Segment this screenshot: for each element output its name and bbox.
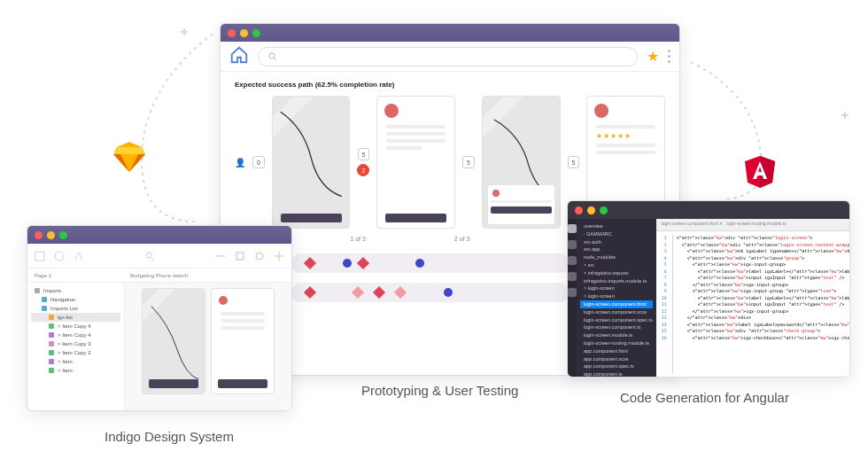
flow-badge: 5 xyxy=(568,156,580,168)
svg-point-13 xyxy=(256,253,263,260)
tool-icon[interactable] xyxy=(254,251,265,261)
file-node[interactable]: src-auth xyxy=(580,238,653,246)
tree-node[interactable]: Imports List xyxy=(31,304,120,313)
activity-bar[interactable] xyxy=(568,219,577,377)
titlebar xyxy=(568,201,849,219)
caption-design-system: Indigo Design System xyxy=(105,429,234,444)
tool-icon[interactable] xyxy=(35,251,45,261)
zoom-icon[interactable] xyxy=(252,29,260,37)
file-node[interactable]: > src xyxy=(580,261,653,269)
git-icon[interactable] xyxy=(568,256,577,265)
svg-rect-12 xyxy=(236,253,244,260)
close-icon[interactable] xyxy=(228,29,236,37)
flow-badge: 5 xyxy=(462,156,475,168)
artboard[interactable] xyxy=(142,288,205,394)
toolbar: ★ xyxy=(221,42,679,72)
file-node[interactable]: app.component.html xyxy=(580,347,653,355)
file-node[interactable]: login-screen.component.scss xyxy=(580,308,653,316)
tree-node[interactable]: > Item Copy 2 xyxy=(31,348,120,357)
design-system-window: Page 1 Budgeting Phone sketch ImportsNav… xyxy=(27,225,292,411)
editor-tab[interactable]: login-screen.component.html ✕ login-scre… xyxy=(656,219,850,231)
debug-icon[interactable] xyxy=(568,272,577,281)
zoom-icon[interactable] xyxy=(59,231,67,239)
tool-icon[interactable] xyxy=(74,251,84,261)
extensions-icon[interactable] xyxy=(568,288,577,297)
flow-screen-2[interactable] xyxy=(376,96,455,229)
code-window: overview: GAMMARCsrc-authsrc-appnode_mod… xyxy=(567,200,850,378)
search-input[interactable] xyxy=(258,47,638,66)
file-node[interactable]: login-screen.module.ts xyxy=(580,331,653,339)
tool-icon[interactable] xyxy=(235,251,245,261)
dot-track xyxy=(291,283,570,302)
minimize-icon[interactable] xyxy=(587,206,595,214)
close-icon[interactable] xyxy=(35,231,43,239)
file-node[interactable]: overview xyxy=(580,222,653,230)
tree-node[interactable]: > Item Copy 4 xyxy=(31,331,120,339)
canvas[interactable] xyxy=(125,283,291,410)
caption-prototyping: Prototyping & User Testing xyxy=(361,383,518,398)
star-icon[interactable]: ★ xyxy=(647,48,659,65)
file-node[interactable]: node_modules xyxy=(580,253,653,261)
tree-node[interactable]: > Item xyxy=(31,357,120,366)
file-tree[interactable]: overview: GAMMARCsrc-authsrc-appnode_mod… xyxy=(577,219,656,377)
file-node[interactable]: login-screen.component.ts xyxy=(580,323,653,331)
file-node[interactable]: login-screen.component.html xyxy=(580,300,653,308)
search-icon[interactable] xyxy=(568,240,577,249)
code-editor[interactable]: 12345678910111213141516 <"attr">class="k… xyxy=(656,231,850,377)
step-label: 2 of 3 xyxy=(454,236,470,242)
flow-badge-error: 2 xyxy=(357,164,369,176)
tool-icon[interactable] xyxy=(215,251,226,261)
file-node[interactable]: > login-screen xyxy=(580,284,653,292)
tree-node[interactable]: Imports xyxy=(31,286,120,295)
flow-badge: 5 xyxy=(358,148,370,160)
menu-icon[interactable] xyxy=(668,50,670,63)
svg-rect-8 xyxy=(35,252,44,261)
file-node[interactable]: app.component.spec.ts xyxy=(580,362,653,370)
svg-line-7 xyxy=(275,58,277,60)
svg-point-9 xyxy=(55,252,64,261)
success-path-label: Expected success path (62.5% completion … xyxy=(235,81,665,89)
file-node[interactable]: : GAMMARC xyxy=(580,230,653,238)
artboard[interactable] xyxy=(211,288,275,394)
zoom-icon[interactable] xyxy=(600,206,608,214)
canvas-title: Budgeting Phone sketch xyxy=(130,273,188,278)
explorer-icon[interactable] xyxy=(568,224,577,233)
tool-icon[interactable] xyxy=(54,251,65,261)
file-node[interactable]: > infragistics-imports xyxy=(580,269,653,277)
svg-marker-1 xyxy=(113,147,145,154)
close-icon[interactable] xyxy=(575,206,583,214)
file-node[interactable]: > login-screen xyxy=(580,292,653,300)
minimize-icon[interactable] xyxy=(47,231,55,239)
ds-toolbar xyxy=(27,244,291,269)
file-node[interactable]: infragistics-imports.module.ts xyxy=(580,277,653,285)
minimize-icon[interactable] xyxy=(240,29,248,37)
flow-screen-1[interactable] xyxy=(272,96,351,229)
svg-point-10 xyxy=(146,253,151,258)
path-marker xyxy=(181,28,188,35)
caption-codegen: Code Generation for Angular xyxy=(620,390,789,405)
titlebar xyxy=(221,24,679,42)
user-icon: 👤 xyxy=(235,158,245,167)
file-node[interactable]: login-screen.component.spec.ts xyxy=(580,316,653,324)
titlebar xyxy=(27,226,291,244)
tree-node[interactable]: > Item Copy 3 xyxy=(31,339,120,348)
tree-node[interactable]: igx-list xyxy=(31,313,120,322)
file-node[interactable]: src-app xyxy=(580,245,653,253)
page-label[interactable]: Page 1 xyxy=(35,273,51,278)
file-node[interactable]: app.component.scss xyxy=(580,355,653,363)
flow-badge: 0 xyxy=(252,156,265,168)
flow-screen-3[interactable] xyxy=(482,96,561,229)
ds-ribbon: Page 1 Budgeting Phone sketch xyxy=(27,269,291,283)
tree-node[interactable]: > Item Copy 4 xyxy=(31,322,120,331)
tree-node[interactable]: > Item xyxy=(31,366,120,375)
file-node[interactable]: app.component.ts xyxy=(580,370,653,378)
tree-node[interactable]: Navigation xyxy=(31,295,120,304)
search-icon[interactable] xyxy=(144,251,155,261)
home-icon[interactable] xyxy=(229,45,249,68)
file-node[interactable]: login-screen-routing.module.ts xyxy=(580,339,653,347)
step-label: 1 of 3 xyxy=(350,236,366,242)
layer-tree[interactable]: ImportsNavigationImports Listigx-list> I… xyxy=(27,283,125,410)
search-icon xyxy=(267,51,278,62)
tool-icon[interactable] xyxy=(274,251,284,261)
svg-line-11 xyxy=(151,258,154,261)
